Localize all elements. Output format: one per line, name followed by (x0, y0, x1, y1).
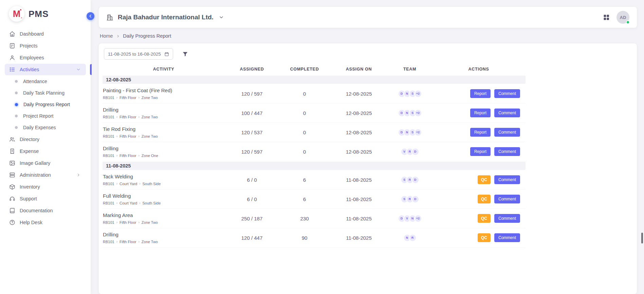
sidebar-item-documentation[interactable]: Documentation (5, 205, 86, 216)
qc-button[interactable]: QC (478, 233, 491, 242)
sidebar-item-label: Activities (20, 67, 39, 72)
team-avatar[interactable]: +2 (414, 90, 422, 98)
report-button[interactable]: Report (470, 128, 491, 137)
path-segment: RB101 (103, 240, 114, 244)
sidebar-item-inventory[interactable]: Inventory (5, 181, 86, 193)
sidebar-item-administration[interactable]: Administration (5, 169, 86, 181)
activity-title: Painting - First Coat (Fire Red) (103, 87, 172, 93)
scrollbar-thumb[interactable] (641, 233, 643, 243)
report-button[interactable]: Report (470, 109, 491, 117)
sidebar-subitem-daily-progress-report[interactable]: Daily Progress Report (5, 99, 86, 110)
date-range-picker[interactable]: 11-08-2025 to 16-08-2025 (104, 48, 173, 60)
table-body: 12-08-2025Painting - First Coat (Fire Re… (103, 76, 526, 248)
sidebar-item-employees[interactable]: Employees (5, 52, 86, 63)
report-button[interactable]: Report (470, 147, 491, 156)
sidebar: M PMS DashboardProjectsEmployeesActiviti… (0, 0, 91, 294)
progress-table: ACTIVITY ASSIGNED COMPLETED ASSIGN ON TE… (103, 63, 526, 248)
team-avatar[interactable]: D (411, 176, 419, 184)
sidebar-collapse-button[interactable] (87, 12, 94, 20)
sidebar-subitem-daily-expenses[interactable]: Daily Expenses (5, 122, 86, 133)
sidebar-subitem-project-report[interactable]: Project Report (5, 110, 86, 122)
sidebar-subitem-daily-task-planning[interactable]: Daily Task Planning (5, 87, 86, 99)
sidebar-item-label: Directory (20, 137, 39, 142)
assign-on-value: 12-08-2025 (330, 110, 388, 116)
app-logo[interactable]: M PMS (0, 0, 91, 26)
apps-grid-icon[interactable] (603, 14, 610, 21)
breadcrumb-home[interactable]: Home (100, 33, 113, 39)
activity-title: Drilling (103, 232, 118, 237)
sidebar-item-support[interactable]: Support (5, 193, 86, 204)
assigned-value: 120 / 597 (225, 149, 279, 155)
header-actions: AD (603, 11, 629, 24)
table-row: Marking AreaRB101›Fifth Floor›Zone Two25… (103, 209, 526, 228)
sidebar-item-label: Documentation (20, 208, 53, 213)
sidebar-item-label: Dashboard (20, 31, 44, 37)
app-name: PMS (29, 9, 49, 19)
comment-button[interactable]: Comment (494, 109, 520, 117)
sidebar-item-help-desk[interactable]: Help Desk (5, 217, 86, 228)
company-selector[interactable]: Raja Bahadur International Ltd. (106, 14, 224, 21)
sidebar-item-image-gallary[interactable]: Image Gallary (5, 157, 86, 169)
activity-title: Tack Welding (103, 174, 133, 179)
sidebar-subitem-label: Daily Task Planning (23, 90, 65, 96)
activity-title: Tie Rod Fixing (103, 126, 135, 132)
team-avatar[interactable]: R (409, 234, 417, 242)
comment-button[interactable]: Comment (494, 214, 520, 223)
filter-icon[interactable] (182, 51, 188, 57)
activity-path: RB101›Fifth Floor›Zone Two (103, 115, 158, 119)
activities-icon (9, 66, 15, 73)
sidebar-item-directory[interactable]: Directory (5, 134, 86, 145)
sidebar-item-dashboard[interactable]: Dashboard (5, 28, 86, 40)
content-card: 11-08-2025 to 16-08-2025 ACTIVITY ASSIGN… (99, 43, 637, 294)
qc-button[interactable]: QC (478, 195, 491, 203)
assigned-value: 6 / 0 (225, 177, 279, 183)
team-avatar[interactable]: +2 (414, 109, 422, 117)
team-avatar[interactable]: D (411, 195, 419, 203)
path-segment: Court Yard (119, 182, 137, 186)
sidebar-item-expense[interactable]: Expense (5, 145, 86, 157)
company-name: Raja Bahadur International Ltd. (118, 14, 214, 21)
table-row: Tack WeldingRB101›Court Yard›South Side6… (103, 170, 526, 190)
path-segment: RB101 (103, 134, 114, 138)
chevron-right-icon: › (116, 115, 117, 119)
sidebar-item-label: Administration (20, 172, 51, 178)
comment-button[interactable]: Comment (494, 195, 520, 203)
column-header-assign-on: ASSIGN ON (330, 67, 388, 72)
activity-title: Full Welding (103, 193, 131, 199)
report-button[interactable]: Report (470, 89, 491, 98)
date-range-value: 11-08-2025 to 16-08-2025 (108, 52, 161, 57)
table-header-row: ACTIVITY ASSIGNED COMPLETED ASSIGN ON TE… (103, 63, 526, 75)
user-avatar[interactable]: AD (617, 11, 629, 24)
path-segment: South Side (143, 182, 161, 186)
completed-value: 230 (279, 216, 330, 221)
sidebar-item-projects[interactable]: Projects (5, 40, 86, 52)
team-avatar[interactable]: D (411, 148, 419, 156)
sidebar-item-activities[interactable]: Activities (5, 64, 86, 75)
comment-button[interactable]: Comment (494, 147, 520, 156)
chevron-right-icon: › (139, 115, 140, 119)
column-header-actions: ACTIONS (432, 67, 526, 72)
activity-cell: Tack WeldingRB101›Court Yard›South Side (103, 171, 225, 189)
assign-on-value: 12-08-2025 (330, 149, 388, 155)
column-header-assigned: ASSIGNED (225, 67, 279, 72)
breadcrumb-current: Daily Progress Report (123, 33, 171, 39)
comment-button[interactable]: Comment (494, 128, 520, 137)
assigned-value: 120 / 537 (225, 130, 279, 135)
comment-button[interactable]: Comment (494, 233, 520, 242)
team-avatar[interactable]: +2 (414, 215, 422, 222)
path-segment: South Side (143, 201, 161, 205)
sidebar-subitem-attendance[interactable]: Attendance (5, 76, 86, 87)
team-avatar[interactable]: +2 (414, 129, 422, 136)
qc-button[interactable]: QC (478, 214, 491, 223)
path-segment: RB101 (103, 220, 114, 224)
chevron-right-icon: › (139, 221, 140, 224)
column-header-team: TEAM (388, 67, 432, 72)
activity-path: RB101›Court Yard›South Side (103, 182, 161, 186)
activity-path: RB101›Fifth Floor›Zone Two (103, 240, 158, 244)
comment-button[interactable]: Comment (494, 89, 520, 98)
chevron-left-icon (88, 14, 93, 18)
comment-button[interactable]: Comment (494, 175, 520, 184)
path-segment: RB101 (103, 201, 114, 205)
qc-button[interactable]: QC (478, 175, 491, 184)
chevron-right-icon: › (139, 96, 140, 99)
